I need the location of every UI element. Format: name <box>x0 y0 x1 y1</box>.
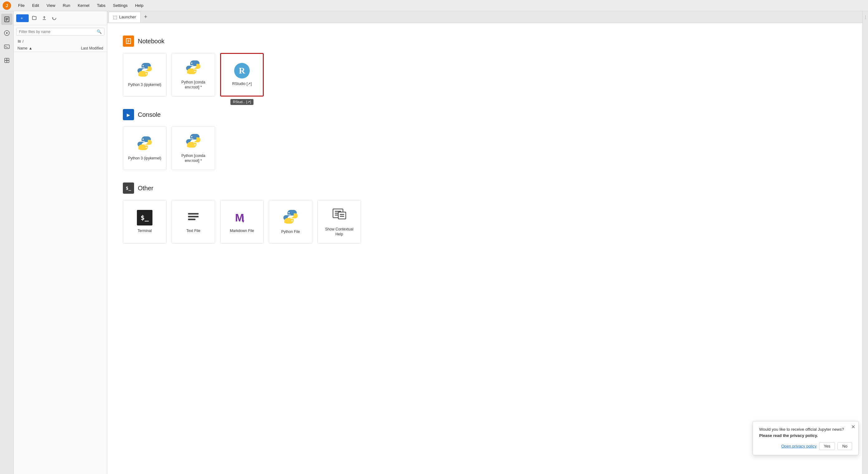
notebook-section-label: Notebook <box>138 38 165 45</box>
column-name-label: Name <box>18 46 27 50</box>
launcher-tab-label: Launcher <box>119 14 136 19</box>
python-file-card[interactable]: Python File <box>269 200 312 243</box>
python3-notebook-card[interactable]: Python 3 (ipykernel) <box>123 53 166 97</box>
conda-notebook-icon <box>186 60 201 77</box>
menu-run[interactable]: Run <box>60 2 73 9</box>
console-section-title: ▶ Console <box>123 109 847 120</box>
menu-tabs[interactable]: Tabs <box>94 2 108 9</box>
rstudio-notebook-label: RStudio [↗] <box>232 81 252 87</box>
text-file-card-icon <box>186 210 201 226</box>
breadcrumb: / <box>14 38 107 45</box>
svg-rect-44 <box>338 212 346 219</box>
svg-rect-34 <box>188 218 195 220</box>
open-privacy-policy-link[interactable]: Open privacy policy <box>781 444 816 448</box>
new-button[interactable]: + <box>16 14 29 22</box>
console-section-label: Console <box>138 111 161 118</box>
svg-point-26 <box>191 63 192 64</box>
menu-edit[interactable]: Edit <box>29 2 42 9</box>
svg-rect-45 <box>340 214 344 215</box>
activity-bar <box>0 11 14 474</box>
refresh-button[interactable] <box>50 14 59 23</box>
conda-notebook-card[interactable]: Python [conda env:root] * <box>172 53 215 97</box>
svg-point-25 <box>146 73 147 74</box>
python-file-label: Python File <box>281 230 300 235</box>
notification-sub-text: Please read the privacy policy. <box>759 433 818 438</box>
svg-rect-8 <box>4 45 9 48</box>
menu-file[interactable]: File <box>15 2 28 9</box>
open-folder-button[interactable] <box>30 14 39 23</box>
rstudio-notebook-icon: R <box>234 63 250 78</box>
notebook-section-icon <box>123 35 134 47</box>
notebook-section-title: Notebook <box>123 35 847 47</box>
search-input[interactable] <box>19 30 95 34</box>
launcher: Notebook Python 3 (ipykernel) <box>107 23 862 474</box>
python3-console-icon <box>137 135 152 153</box>
activity-commands[interactable] <box>1 41 12 52</box>
menu-help[interactable]: Help <box>132 2 147 9</box>
svg-rect-17 <box>7 60 9 63</box>
other-section-title: $_ Other <box>123 182 847 194</box>
contextual-help-label: Show Contextual Help <box>321 227 357 237</box>
menubar: J File Edit View Run Kernel Tabs Setting… <box>0 0 868 11</box>
conda-console-card[interactable]: Python [conda env:root] * <box>172 127 215 170</box>
python-file-card-icon <box>283 209 299 227</box>
svg-point-29 <box>146 147 147 148</box>
terminal-label: Terminal <box>137 229 152 234</box>
markdown-file-card-icon: M <box>234 210 250 226</box>
console-cards: Python 3 (ipykernel) Python [conda env:r… <box>123 127 847 170</box>
svg-point-38 <box>288 212 290 213</box>
conda-notebook-label: Python [conda env:root] * <box>176 80 211 90</box>
rstudio-tooltip: RStud... [↗] <box>230 99 253 105</box>
plus-icon: + <box>21 16 23 21</box>
terminal-card[interactable]: $_ Terminal <box>123 200 166 243</box>
menu-view[interactable]: View <box>43 2 58 9</box>
notification-no-button[interactable]: No <box>837 442 852 450</box>
content-area: ⬚ Launcher + Notebook <box>107 11 862 474</box>
menu-settings[interactable]: Settings <box>110 2 131 9</box>
svg-point-28 <box>143 139 144 140</box>
right-panel: ⋮ <box>862 11 868 474</box>
rstudio-notebook-card[interactable]: R RStudio [↗] RStud... [↗] <box>220 53 264 97</box>
svg-point-31 <box>194 144 195 145</box>
tab-bar: ⬚ Launcher + <box>107 11 862 23</box>
notification-text: Would you like to receive official Jupyt… <box>759 426 852 439</box>
svg-text:J: J <box>6 3 8 8</box>
right-panel-toggle[interactable]: ⋮ <box>863 14 868 21</box>
svg-point-24 <box>143 65 144 66</box>
notebook-cards: Python 3 (ipykernel) Python [conda env:r… <box>123 53 847 97</box>
breadcrumb-path: / <box>23 39 23 44</box>
svg-point-39 <box>291 220 293 222</box>
activity-extensions[interactable] <box>1 55 12 66</box>
console-section-icon: ▶ <box>123 109 134 120</box>
svg-point-30 <box>191 136 192 137</box>
notification-popup: ✕ Would you like to receive official Jup… <box>753 421 859 455</box>
conda-console-icon <box>186 133 201 150</box>
upload-button[interactable] <box>40 14 49 23</box>
tab-launcher[interactable]: ⬚ Launcher <box>108 12 141 23</box>
python3-console-label: Python 3 (ipykernel) <box>128 156 161 161</box>
main-layout: + <box>0 11 868 474</box>
launcher-tab-icon: ⬚ <box>113 14 117 20</box>
python3-console-card[interactable]: Python 3 (ipykernel) <box>123 127 166 170</box>
markdown-file-label: Markdown File <box>230 229 254 234</box>
contextual-help-card[interactable]: Show Contextual Help <box>317 200 361 243</box>
contextual-help-icon <box>332 206 347 224</box>
text-file-label: Text File <box>186 229 200 234</box>
terminal-card-icon: $_ <box>137 210 152 226</box>
tab-add-button[interactable]: + <box>141 13 150 22</box>
activity-files[interactable] <box>1 14 12 25</box>
svg-rect-33 <box>188 216 198 217</box>
markdown-file-card[interactable]: M Markdown File <box>220 200 264 243</box>
text-file-card[interactable]: Text File <box>172 200 215 243</box>
svg-text:M: M <box>235 212 244 224</box>
notification-yes-button[interactable]: Yes <box>819 442 835 450</box>
other-section-label: Other <box>138 185 153 192</box>
activity-running[interactable] <box>1 27 12 39</box>
other-cards: $_ Terminal <box>123 200 847 243</box>
sort-icon: ▲ <box>29 46 32 50</box>
svg-rect-16 <box>5 60 7 63</box>
search-bar: 🔍 <box>16 28 104 35</box>
menu-kernel[interactable]: Kernel <box>74 2 93 9</box>
column-name[interactable]: Name ▲ <box>18 46 63 50</box>
notification-close-button[interactable]: ✕ <box>851 424 855 430</box>
